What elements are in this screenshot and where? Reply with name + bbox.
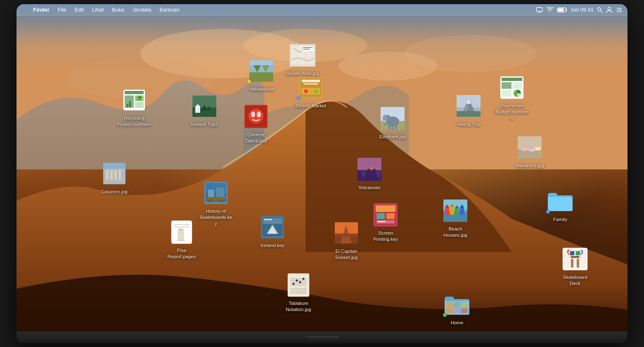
icon-el-capitan[interactable]: El CapitanSunset.jpg: [328, 220, 365, 261]
sk-thumb: [204, 181, 228, 204]
icon-iceland-trip2[interactable]: Iceland Trip2: [186, 93, 223, 128]
menu-jendela[interactable]: Jendela: [129, 6, 155, 14]
svg-rect-6: [537, 7, 542, 12]
icon-macarons[interactable]: Macarons.jpg: [511, 134, 548, 169]
svg-rect-8: [558, 8, 564, 11]
icon-label-chinese-opera: Chinese Opera.key: [237, 131, 275, 145]
svg-line-10: [601, 10, 603, 12]
svg-rect-37: [118, 171, 121, 179]
search-icon[interactable]: [597, 7, 603, 13]
svg-rect-85: [303, 83, 318, 85]
menubar: Finder File Edit Lihat Buka Jendela Bant…: [17, 4, 627, 16]
icon-label-roommate-budget: RoommateBudget.numbers: [493, 102, 530, 122]
menu-edit[interactable]: Edit: [71, 6, 87, 14]
icon-yellowstone[interactable]: Yellowstone: [243, 58, 280, 93]
svg-rect-71: [249, 60, 273, 65]
icon-tablature[interactable]: TablatureNotation.jpg: [280, 272, 317, 313]
svg-rect-90: [288, 273, 309, 297]
svg-rect-38: [103, 163, 125, 169]
tab-thumb: [287, 273, 310, 297]
user-icon[interactable]: [606, 7, 613, 13]
svg-rect-176: [571, 259, 573, 268]
icon-family[interactable]: Family: [542, 188, 579, 223]
pisa-thumb: [170, 220, 193, 245]
menu-buka[interactable]: Buka: [109, 6, 128, 14]
svg-rect-159: [512, 82, 522, 89]
svg-rect-112: [376, 213, 385, 219]
svg-point-100: [293, 283, 295, 285]
svg-rect-135: [445, 207, 449, 215]
icon-columns[interactable]: Columns.jpg: [96, 160, 133, 195]
svg-rect-130: [392, 125, 394, 130]
svg-rect-174: [576, 251, 580, 255]
menu-finder[interactable]: Finder: [30, 6, 53, 14]
icon-label-volcanoes: Volcanoes: [357, 184, 381, 191]
yellowstone-dot: [247, 80, 251, 83]
svg-point-55: [220, 200, 223, 202]
svg-point-169: [535, 147, 541, 150]
icon-label-iceland-key: Iceland.key: [259, 242, 286, 249]
svg-rect-80: [303, 49, 310, 50]
icon-pisa-report[interactable]: Pisa Report.pages: [163, 219, 200, 260]
icon-hiking-trip[interactable]: Hiking Trip: [450, 93, 487, 128]
svg-rect-155: [457, 111, 481, 117]
icon-district-market[interactable]: District Market: [292, 74, 329, 109]
icon-label-el-capitan: El CapitanSunset.jpg: [334, 248, 359, 261]
svg-rect-20: [127, 104, 128, 107]
menu-file[interactable]: File: [54, 6, 70, 14]
icon-skateboard-deck[interactable]: Skateboard Deck: [556, 246, 594, 287]
battery-icon[interactable]: [557, 7, 568, 13]
svg-rect-118: [358, 158, 381, 170]
icon-label-elephant: Elephant.jpg: [378, 133, 407, 140]
svg-rect-40: [174, 224, 189, 225]
icon-label-columns: Columns.jpg: [100, 188, 129, 195]
svg-rect-148: [461, 308, 468, 313]
svg-rect-59: [264, 219, 272, 220]
svg-rect-137: [450, 207, 454, 215]
hiking-thumb: [456, 95, 481, 118]
icon-home[interactable]: Home: [438, 291, 476, 326]
apple-menu[interactable]: [21, 9, 28, 11]
status-time: Sel 09.41: [571, 7, 594, 13]
notch-bar: [305, 336, 339, 338]
menubar-left: Finder File Edit Lihat Buka Jendela Bant…: [21, 6, 183, 14]
svg-point-101: [296, 280, 298, 282]
svg-rect-141: [460, 207, 464, 215]
opera-thumb: [244, 105, 268, 128]
svg-rect-84: [302, 80, 320, 82]
icon-history-skateboards[interactable]: History ofSkateboards.key: [197, 180, 234, 227]
svg-rect-175: [571, 256, 579, 258]
laptop-frame: Finder File Edit Lihat Buka Jendela Bant…: [17, 4, 627, 343]
screen-mirror-icon[interactable]: [536, 7, 543, 13]
desktop-area: RecyclingProject.numbers: [17, 4, 627, 331]
icon-iceland-key[interactable]: Iceland.key: [254, 214, 291, 249]
icon-shuttle-map[interactable]: Shuttle Map.jpg: [284, 42, 321, 77]
svg-rect-143: [446, 302, 453, 307]
svg-point-165: [521, 148, 528, 150]
iceland-trip2-thumb: [192, 95, 217, 117]
icon-chinese-opera[interactable]: Chinese Opera.key: [237, 103, 275, 145]
icon-label-pisa: Pisa Report.pages: [163, 247, 200, 260]
svg-point-89: [314, 89, 318, 93]
svg-rect-131: [395, 125, 397, 130]
svg-rect-16: [125, 91, 144, 94]
home-dot: [443, 313, 447, 317]
svg-point-64: [249, 109, 263, 124]
icon-screen-printing[interactable]: ScreenPrinting.key: [367, 202, 404, 243]
iceland-key-thumb: [260, 216, 284, 239]
svg-rect-79: [303, 47, 313, 48]
icon-roommate-budget[interactable]: RoommateBudget.numbers: [493, 74, 530, 122]
icon-elephant[interactable]: Elephant.jpg: [374, 105, 411, 140]
list-icon[interactable]: [616, 7, 623, 13]
family-thumb: [547, 190, 573, 213]
icon-label-tablature: TablatureNotation.jpg: [284, 300, 312, 313]
wifi-icon[interactable]: [546, 7, 554, 13]
icon-recycling-project[interactable]: RecyclingProject.numbers: [116, 87, 153, 128]
recycling-thumb: [123, 89, 146, 111]
icon-beach-houses[interactable]: Beach Houses.jpg: [437, 197, 474, 239]
menu-bantuan[interactable]: Bantuan: [156, 6, 182, 14]
svg-rect-43: [177, 240, 185, 241]
menu-lihat[interactable]: Lihat: [89, 6, 107, 14]
svg-rect-44: [179, 229, 183, 231]
icon-volcanoes[interactable]: Volcanoes: [351, 156, 388, 191]
